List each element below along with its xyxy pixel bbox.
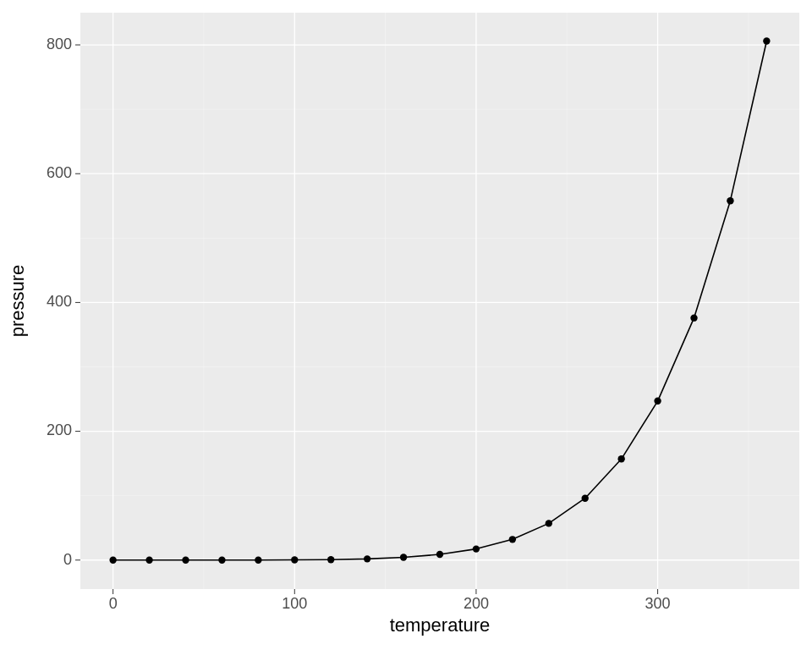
plot-panel [80, 13, 799, 589]
x-axis-ticks: 0100200300 [109, 589, 671, 612]
y-tick-label: 0 [63, 551, 72, 568]
data-point [182, 557, 189, 564]
x-axis-title: temperature [390, 614, 491, 636]
data-point [509, 536, 516, 543]
y-axis-ticks: 0200400600800 [47, 36, 80, 568]
data-point [582, 495, 589, 502]
data-point [400, 554, 407, 560]
data-point [255, 556, 261, 563]
y-tick-label: 200 [47, 421, 72, 438]
x-tick-label: 300 [645, 595, 671, 612]
data-point [109, 557, 116, 564]
data-point [291, 556, 298, 563]
data-point [546, 520, 552, 526]
data-point [617, 455, 624, 462]
y-tick-label: 400 [47, 293, 72, 310]
data-point [364, 555, 370, 562]
y-tick-label: 800 [47, 36, 72, 52]
data-point [763, 37, 770, 44]
y-tick-label: 600 [47, 164, 72, 181]
y-axis-title: pressure [7, 265, 28, 338]
data-point [218, 557, 225, 564]
chart-svg: 0100200300 0200400600800 temperature pre… [0, 0, 812, 650]
data-point [145, 557, 152, 564]
chart-container: 0100200300 0200400600800 temperature pre… [0, 0, 812, 650]
data-point [690, 314, 697, 321]
data-point [727, 197, 733, 204]
x-tick-label: 100 [282, 595, 307, 612]
x-tick-label: 200 [464, 595, 489, 612]
data-point [473, 545, 480, 552]
data-point [436, 551, 443, 558]
data-point [654, 398, 661, 405]
data-point [327, 556, 334, 563]
x-tick-label: 0 [109, 595, 118, 612]
